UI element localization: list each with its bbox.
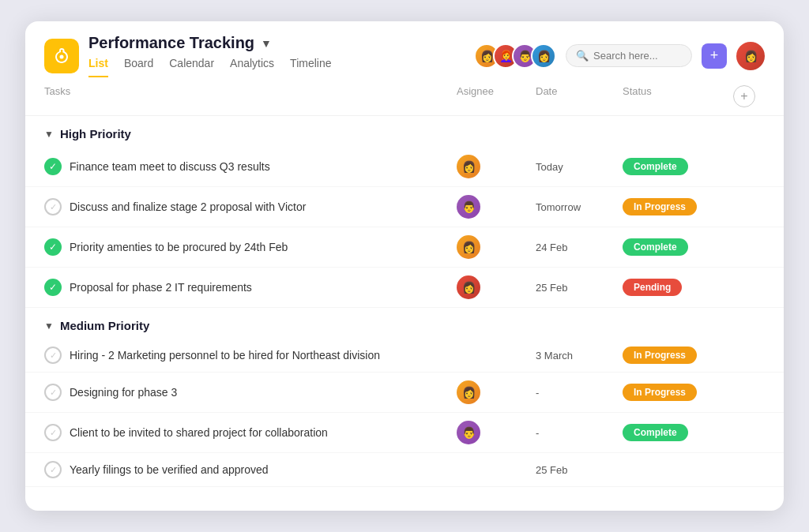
task-name-cell: ✓ Priority amenties to be procured by 24…	[44, 238, 457, 256]
check-icon[interactable]: ✓	[44, 158, 62, 175]
section-medium-priority[interactable]: ▼ Medium Priority	[25, 308, 784, 339]
tab-board[interactable]: Board	[124, 57, 153, 77]
status-badge: In Progress	[623, 384, 697, 401]
check-icon[interactable]: ✓	[44, 238, 62, 256]
tab-list[interactable]: List	[88, 57, 108, 77]
app-container: Performance Tracking ▼ List Board Calend…	[25, 21, 784, 511]
avatar-4: 👩	[531, 43, 556, 69]
status-cell: In Progress	[623, 384, 733, 401]
search-input[interactable]	[593, 50, 682, 62]
task-name-cell: ✓ Designing for phase 3	[44, 384, 457, 401]
section-chevron-icon: ▼	[44, 129, 54, 140]
status-cell: In Progress	[623, 198, 733, 215]
status-cell: Complete	[623, 158, 733, 175]
table-row: ✓ Yearly filings to be verified and appr…	[25, 453, 784, 487]
nav-tabs: List Board Calendar Analytics Timeline	[88, 57, 474, 77]
check-icon[interactable]: ✓	[44, 279, 62, 296]
status-badge: Complete	[623, 158, 688, 175]
assignee-avatar: 👨	[457, 195, 480, 219]
check-icon[interactable]: ✓	[44, 347, 62, 364]
check-icon[interactable]: ✓	[44, 424, 62, 441]
app-logo	[44, 39, 79, 73]
status-badge: In Progress	[623, 198, 697, 215]
task-name-cell: ✓ Finance team meet to discuss Q3 result…	[44, 158, 457, 175]
col-status: Status	[623, 85, 733, 107]
date-cell: 24 Feb	[536, 242, 623, 253]
col-assignee: Asignee	[457, 85, 536, 107]
project-title-text: Performance Tracking	[88, 34, 254, 52]
table-container: Tasks Asignee Date Status + ▼ High Prior…	[25, 77, 784, 487]
table-header: Tasks Asignee Date Status +	[25, 77, 784, 116]
table-row: ✓ Proposal for phase 2 IT requirements 👩…	[25, 268, 784, 308]
col-tasks: Tasks	[44, 85, 457, 107]
project-title: Performance Tracking ▼	[88, 34, 474, 52]
check-icon[interactable]: ✓	[44, 198, 62, 215]
date-cell: Tomorrow	[536, 201, 623, 213]
table-row: ✓ Discuss and finalize stage 2 proposal …	[25, 187, 784, 227]
assignee-cell: 👨	[457, 421, 536, 444]
assignee-avatar: 👩	[457, 275, 480, 299]
check-icon[interactable]: ✓	[44, 461, 62, 478]
tab-calendar[interactable]: Calendar	[169, 57, 214, 77]
task-name-cell: ✓ Hiring - 2 Marketing personnel to be h…	[44, 347, 457, 364]
avatar-stack: 👩 👩‍🦰 👨 👩	[474, 43, 556, 69]
status-badge: Pending	[623, 279, 682, 296]
status-cell: Pending	[623, 279, 733, 296]
date-cell: -	[536, 427, 623, 439]
task-name-cell: ✓ Proposal for phase 2 IT requirements	[44, 279, 457, 296]
task-name-cell: ✓ Yearly filings to be verified and appr…	[44, 461, 457, 478]
title-chevron-icon[interactable]: ▼	[261, 37, 272, 50]
add-button[interactable]: +	[702, 43, 727, 69]
task-name: Hiring - 2 Marketing personnel to be hir…	[70, 349, 380, 362]
date-cell: 3 March	[536, 350, 623, 362]
date-cell: 25 Feb	[536, 282, 623, 294]
svg-point-0	[60, 54, 64, 58]
tab-analytics[interactable]: Analytics	[230, 57, 274, 77]
task-name-cell: ✓ Client to be invited to shared project…	[44, 424, 457, 441]
assignee-cell: 👩	[457, 380, 536, 404]
status-cell: In Progress	[623, 347, 733, 364]
table-row: ✓ Client to be invited to shared project…	[25, 413, 784, 453]
status-badge: In Progress	[623, 347, 697, 364]
header-right: 👩 👩‍🦰 👨 👩 🔍 + 👩	[474, 42, 765, 70]
status-cell: Complete	[623, 238, 733, 256]
section-chevron-icon: ▼	[44, 320, 54, 332]
assignee-avatar: 👩	[457, 380, 480, 404]
status-badge: Complete	[623, 424, 688, 441]
date-cell: -	[536, 387, 623, 399]
header-title-area: Performance Tracking ▼ List Board Calend…	[88, 34, 474, 77]
assignee-cell: 👨	[457, 195, 536, 219]
task-name: Client to be invited to shared project f…	[70, 426, 328, 439]
table-row: ✓ Hiring - 2 Marketing personnel to be h…	[25, 339, 784, 373]
task-name: Finance team meet to discuss Q3 results	[70, 160, 270, 173]
assignee-cell: 👩	[457, 155, 536, 178]
add-column-button[interactable]: +	[733, 85, 755, 107]
assignee-avatar: 👨	[457, 421, 480, 444]
task-name: Designing for phase 3	[70, 386, 177, 399]
table-row: ✓ Priority amenties to be procured by 24…	[25, 227, 784, 268]
task-name: Priority amenties to be procured by 24th…	[70, 241, 288, 253]
search-icon: 🔍	[576, 50, 589, 62]
task-name-cell: ✓ Discuss and finalize stage 2 proposal …	[44, 198, 457, 215]
date-cell: 25 Feb	[536, 464, 623, 476]
section-high-priority[interactable]: ▼ High Priority	[25, 116, 784, 147]
check-icon[interactable]: ✓	[44, 384, 62, 401]
assignee-avatar: 👩	[457, 155, 480, 178]
status-cell: Complete	[623, 424, 733, 441]
table-row: ✓ Designing for phase 3 👩 - In Progress	[25, 373, 784, 413]
date-cell: Today	[536, 161, 623, 173]
task-name: Yearly filings to be verified and approv…	[70, 463, 269, 476]
section-medium-priority-label: Medium Priority	[60, 319, 149, 332]
user-avatar: 👩	[736, 42, 765, 70]
tab-timeline[interactable]: Timeline	[290, 57, 331, 77]
assignee-avatar: 👩	[457, 235, 480, 259]
table-row: ✓ Finance team meet to discuss Q3 result…	[25, 147, 784, 187]
status-badge: Complete	[623, 238, 688, 256]
assignee-cell: 👩	[457, 235, 536, 259]
section-high-priority-label: High Priority	[60, 127, 131, 140]
task-name: Discuss and finalize stage 2 proposal wi…	[70, 200, 306, 213]
col-date: Date	[536, 85, 623, 107]
assignee-cell: 👩	[457, 275, 536, 299]
task-name: Proposal for phase 2 IT requirements	[70, 281, 252, 294]
search-box[interactable]: 🔍	[566, 44, 692, 67]
